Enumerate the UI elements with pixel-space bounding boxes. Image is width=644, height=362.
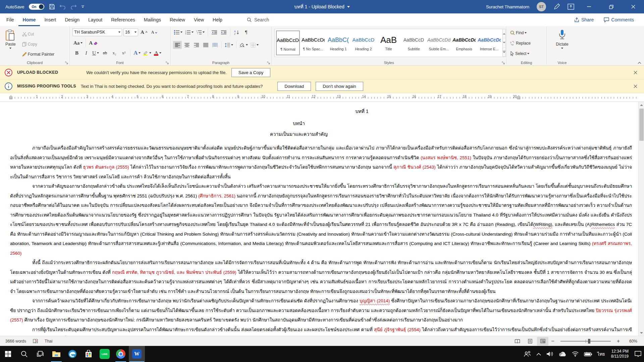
underline-dropdown-icon[interactable]	[97, 52, 99, 54]
paragraph[interactable]: จากความสำคัญของภาษาอังกฤษดังกล่าวข้างต้น…	[10, 182, 632, 258]
wifi-icon[interactable]	[569, 346, 581, 362]
save-a-copy-button[interactable]: Save a Copy	[231, 68, 270, 77]
right-indent-marker[interactable]	[517, 95, 520, 99]
bold-button[interactable]: B	[72, 49, 81, 57]
zoom-in-button[interactable]: +	[615, 338, 621, 344]
redo-icon[interactable]	[70, 4, 76, 9]
horizontal-ruler[interactable]: 1234567891011121314151617181920	[0, 93, 644, 102]
onedrive-icon[interactable]	[556, 346, 569, 362]
battery-icon[interactable]	[581, 346, 595, 362]
font-size-combo[interactable]: 16	[123, 28, 138, 36]
doc-heading-intro[interactable]: บทนำ	[0, 118, 610, 129]
read-mode-button[interactable]	[512, 337, 523, 346]
file-explorer-button[interactable]	[48, 346, 64, 362]
styles-scroll-up-icon[interactable]	[503, 29, 505, 38]
store-button[interactable]	[80, 346, 97, 362]
style-subtitle[interactable]: AaBbCcDSubtitle	[402, 31, 426, 55]
tab-references[interactable]: References	[107, 13, 140, 26]
save-icon[interactable]	[49, 4, 55, 10]
style-title[interactable]: AaBTitle	[377, 31, 400, 55]
scroll-down-icon[interactable]	[639, 330, 644, 336]
tab-help[interactable]: Help	[208, 13, 227, 26]
collapse-ribbon-icon[interactable]	[638, 62, 641, 64]
justify-button[interactable]	[201, 41, 210, 49]
select-button[interactable]: Select	[509, 50, 544, 58]
shrink-font-button[interactable]: A	[150, 28, 159, 36]
proofing-errors-icon[interactable]	[30, 336, 41, 346]
action-center-icon[interactable]	[632, 346, 644, 362]
style-no-spac[interactable]: AaBbCcDd¶ No Spac...	[301, 31, 325, 55]
ink-pen-icon[interactable]	[553, 3, 560, 10]
paragraph[interactable]: ทั้งนี้ ถึงแม้ว่ากระทรวงศึกษาธิการจะผลัก…	[10, 258, 632, 296]
undo-icon[interactable]	[60, 4, 66, 9]
copy-button[interactable]: Copy	[21, 40, 55, 48]
change-case-button[interactable]: Aa	[72, 39, 84, 47]
subscript-button[interactable]: x₂	[110, 49, 119, 57]
grow-font-button[interactable]: A	[140, 28, 149, 36]
scroll-up-icon[interactable]	[639, 102, 644, 108]
paragraph[interactable]: จากการค้นคว้าผลงานวิจัยที่ได้ศึกษาเกี่ยว…	[10, 296, 632, 325]
comments-button[interactable]: Comments	[600, 16, 638, 24]
style-emphasis[interactable]: AaBbCcDdEmphasis	[452, 31, 476, 55]
replace-button[interactable]: bc Replace	[509, 39, 544, 47]
web-layout-button[interactable]	[537, 337, 548, 346]
numbering-button[interactable]: 123	[184, 28, 195, 36]
chrome-button[interactable]	[113, 346, 129, 362]
line-app-button[interactable]: LINE	[97, 346, 113, 362]
style-intense-e[interactable]: AaBbCcDdIntense E...	[477, 31, 501, 55]
doc-heading-chapter[interactable]: บทที่ 1	[51, 106, 644, 117]
font-name-combo[interactable]: TH SarabunPSK	[72, 28, 122, 36]
tab-design[interactable]: Design	[60, 13, 84, 26]
zoom-out-button[interactable]: −	[550, 338, 555, 344]
tab-home[interactable]: Home	[18, 13, 40, 26]
clear-formatting-button[interactable]: A	[88, 39, 99, 47]
paragraph[interactable]: การที่ผู้เรียนไทยระดับอุดมศึกษาประสบปัญห…	[10, 325, 632, 336]
tab-insert[interactable]: Insert	[40, 13, 60, 26]
style-normal[interactable]: AaBbCcDd¶ Normal	[276, 31, 300, 55]
dictate-button[interactable]: Dictate	[549, 28, 575, 50]
left-indent-marker[interactable]	[9, 95, 12, 99]
distribute-button[interactable]	[211, 41, 219, 49]
tab-mailings[interactable]: Mailings	[140, 13, 165, 26]
zoom-slider-thumb[interactable]	[588, 339, 590, 344]
zoom-level[interactable]: 60%	[623, 339, 637, 344]
font-dialog-launcher[interactable]	[166, 61, 169, 64]
edge-button[interactable]	[64, 346, 80, 362]
download-button[interactable]: Download	[277, 82, 311, 91]
line-spacing-button[interactable]	[224, 41, 234, 49]
banner-close-icon[interactable]	[632, 69, 639, 76]
tab-layout[interactable]: Layout	[84, 13, 107, 26]
shading-button[interactable]	[238, 41, 249, 49]
strikethrough-button[interactable]: ab	[101, 49, 109, 57]
banner-close-icon[interactable]	[632, 82, 639, 90]
people-icon[interactable]	[521, 346, 534, 362]
borders-button[interactable]	[250, 41, 260, 49]
cut-button[interactable]: Cut	[21, 30, 55, 38]
tab-review[interactable]: Review	[165, 13, 190, 26]
scrollbar-thumb[interactable]	[639, 109, 644, 141]
clipboard-dialog-launcher[interactable]	[65, 61, 68, 64]
increase-indent-button[interactable]	[219, 28, 228, 36]
user-name[interactable]: Surachet Thammatorn	[486, 4, 529, 9]
underline-button[interactable]: U	[91, 49, 100, 57]
decrease-indent-button[interactable]	[210, 28, 219, 36]
print-layout-button[interactable]	[524, 337, 536, 346]
align-left-button[interactable]	[173, 41, 182, 49]
align-center-button[interactable]	[182, 41, 191, 49]
start-button[interactable]	[0, 346, 16, 362]
share-button[interactable]: Share	[570, 16, 598, 24]
multilevel-list-button[interactable]: 1ai	[195, 28, 206, 36]
find-button[interactable]: Find	[509, 29, 544, 37]
italic-button[interactable]: I	[82, 49, 91, 57]
doc-heading-significance[interactable]: ความเป็นมาและความสำคัญ	[0, 129, 610, 139]
dictate-dropdown-icon[interactable]	[561, 48, 563, 49]
superscript-button[interactable]: x²	[119, 49, 128, 57]
tray-language[interactable]: ไทย	[595, 346, 608, 362]
autosave-toggle[interactable]: On	[29, 4, 44, 10]
bullets-button[interactable]	[173, 28, 183, 36]
minimize-button[interactable]	[582, 0, 596, 13]
word-button[interactable]: W	[129, 346, 145, 362]
document-page[interactable]: บทที่ 1 บทนำ ความเป็นมาและความสำคัญ ภาษา…	[0, 102, 644, 336]
styles-dialog-launcher[interactable]	[502, 61, 505, 64]
taskbar-search-button[interactable]	[16, 346, 32, 362]
